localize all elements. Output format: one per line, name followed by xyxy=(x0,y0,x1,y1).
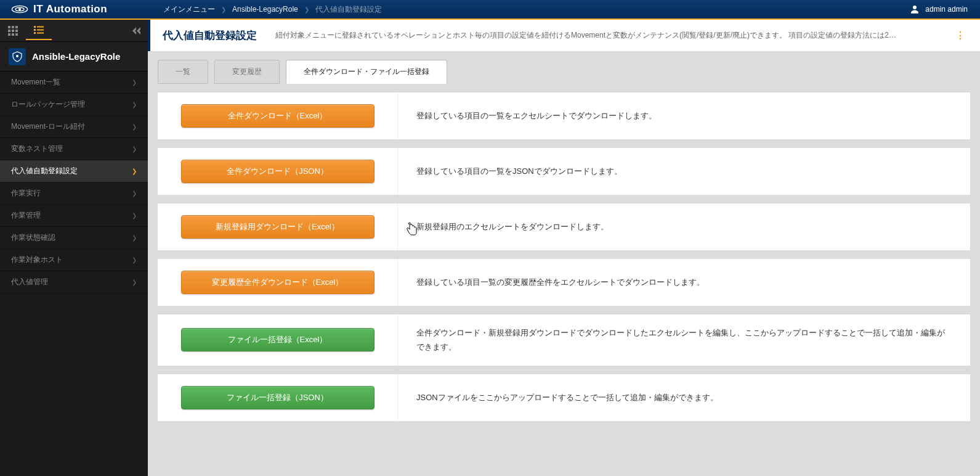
svg-rect-18 xyxy=(37,32,44,33)
svg-rect-10 xyxy=(8,33,10,36)
action-row-1: 全件ダウンロード（JSON）登録している項目の一覧をJSONでダウンロードします… xyxy=(158,148,970,195)
action-row-4: ファイル一括登録（Excel）全件ダウンロード・新規登録用ダウンロードでダウンロ… xyxy=(158,314,970,366)
sidebar-item-0[interactable]: Movement一覧❯ xyxy=(0,72,148,94)
breadcrumb-item-2: 代入値自動登録設定 xyxy=(315,4,382,15)
chevron-right-icon: ❯ xyxy=(132,212,137,219)
action-row-5: ファイル一括登録（JSON）JSONファイルをここからアップロードすることで一括… xyxy=(158,374,970,421)
svg-rect-4 xyxy=(8,26,10,28)
breadcrumb-item-1[interactable]: Ansible-LegacyRole xyxy=(232,5,298,14)
tabs: 一覧変更履歴全件ダウンロード・ファイル一括登録 xyxy=(148,56,980,84)
action-button-cell: 変更履歴全件ダウンロード（Excel） xyxy=(158,259,398,306)
sidebar-menu: Movement一覧❯ロールパッケージ管理❯Movement-ロール紐付❯変数ネ… xyxy=(0,72,148,476)
sidebar-item-4[interactable]: 代入値自動登録設定❯ xyxy=(0,160,148,183)
sidebar-item-label: ロールパッケージ管理 xyxy=(11,99,85,110)
action-button-0[interactable]: 全件ダウンロード（Excel） xyxy=(181,104,375,128)
page-description: 紐付対象メニューに登録されているオペレーションとホスト毎の項目の設定値を紐付ける… xyxy=(275,30,934,41)
action-button-2[interactable]: 新規登録用ダウンロード（Excel） xyxy=(181,215,375,239)
action-button-4[interactable]: ファイル一括登録（Excel） xyxy=(181,328,375,351)
breadcrumb-item-0[interactable]: メインメニュー xyxy=(163,4,215,15)
chevron-left-double-icon xyxy=(132,27,141,35)
action-button-cell: ファイル一括登録（JSON） xyxy=(158,374,398,421)
action-row-2: 新規登録用ダウンロード（Excel）新規登録用のエクセルシートをダウンロードしま… xyxy=(158,203,970,250)
action-button-cell: 全件ダウンロード（JSON） xyxy=(158,148,398,195)
svg-rect-5 xyxy=(12,26,14,28)
sidebar-item-7[interactable]: 作業状態確認❯ xyxy=(0,227,148,249)
sidebar-title-row: Ansible-LegacyRole xyxy=(0,42,148,72)
sidebar-item-label: 作業対象ホスト xyxy=(11,255,63,265)
sidebar-item-1[interactable]: ロールパッケージ管理❯ xyxy=(0,94,148,116)
svg-rect-9 xyxy=(15,30,18,32)
chevron-right-icon: ❯ xyxy=(132,256,137,263)
chevron-right-icon: ❯ xyxy=(132,279,137,285)
action-button-1[interactable]: 全件ダウンロード（JSON） xyxy=(181,160,375,183)
action-description: 全件ダウンロード・新規登録用ダウンロードでダウンロードしたエクセルシートを編集し… xyxy=(398,314,970,366)
svg-point-19 xyxy=(16,55,18,57)
action-row-3: 変更履歴全件ダウンロード（Excel）登録している項目一覧の変更履歴全件をエクセ… xyxy=(158,259,970,306)
svg-point-3 xyxy=(913,6,917,9)
sidebar-item-8[interactable]: 作業対象ホスト❯ xyxy=(0,249,148,271)
sidebar-item-label: 作業管理 xyxy=(11,210,41,221)
action-description: JSONファイルをここからアップロードすることで一括して追加・編集ができます。 xyxy=(398,374,970,421)
action-description: 登録している項目の一覧をJSONでダウンロードします。 xyxy=(398,148,970,195)
tab-0[interactable]: 一覧 xyxy=(158,60,208,84)
chevron-right-icon: ❯ xyxy=(132,101,137,108)
svg-rect-16 xyxy=(37,29,44,30)
tab-2[interactable]: 全件ダウンロード・ファイル一括登録 xyxy=(286,60,447,84)
list-view-button[interactable] xyxy=(26,22,52,40)
sidebar-title: Ansible-LegacyRole xyxy=(32,51,120,62)
svg-rect-13 xyxy=(34,26,36,28)
sidebar-item-label: 作業状態確認 xyxy=(11,232,55,243)
sidebar-item-label: 作業実行 xyxy=(11,188,41,199)
sidebar-item-label: 代入値自動登録設定 xyxy=(11,166,78,176)
svg-rect-15 xyxy=(34,29,36,31)
action-button-cell: ファイル一括登録（Excel） xyxy=(158,314,398,366)
sidebar-collapse-button[interactable] xyxy=(126,27,148,35)
action-button-5[interactable]: ファイル一括登録（JSON） xyxy=(181,386,375,409)
action-description: 新規登録用のエクセルシートをダウンロードします。 xyxy=(398,203,970,250)
main-content: 代入値自動登録設定 紐付対象メニューに登録されているオペレーションとホスト毎の項… xyxy=(148,20,980,476)
sidebar-item-label: 変数ネスト管理 xyxy=(11,144,63,154)
chevron-right-icon: ❯ xyxy=(132,190,137,197)
chevron-right-icon: ❯ xyxy=(217,6,230,13)
sidebar-item-3[interactable]: 変数ネスト管理❯ xyxy=(0,138,148,160)
sidebar-item-2[interactable]: Movement-ロール紐付❯ xyxy=(0,116,148,138)
sidebar-toggle-row xyxy=(0,20,148,42)
svg-point-2 xyxy=(18,8,21,10)
svg-rect-7 xyxy=(8,30,10,32)
page-title: 代入値自動登録設定 xyxy=(163,28,257,43)
sidebar-item-label: Movement-ロール紐付 xyxy=(11,121,85,132)
chevron-right-icon: ❯ xyxy=(132,168,137,174)
user-icon xyxy=(909,4,920,15)
page-header: 代入値自動登録設定 紐付対象メニューに登録されているオペレーションとホスト毎の項… xyxy=(148,20,980,51)
sidebar-item-9[interactable]: 代入値管理❯ xyxy=(0,271,148,293)
app-name: IT Automation xyxy=(33,3,107,15)
chevron-right-icon: ❯ xyxy=(132,146,137,152)
sidebar-item-label: 代入値管理 xyxy=(11,277,48,287)
chevron-right-icon: ❯ xyxy=(301,6,313,13)
action-button-cell: 新規登録用ダウンロード（Excel） xyxy=(158,203,398,250)
sidebar-item-6[interactable]: 作業管理❯ xyxy=(0,205,148,227)
logo-icon xyxy=(11,3,28,15)
sidebar-item-5[interactable]: 作業実行❯ xyxy=(0,183,148,205)
svg-rect-6 xyxy=(15,26,18,28)
action-button-3[interactable]: 変更履歴全件ダウンロード（Excel） xyxy=(181,271,375,294)
svg-rect-12 xyxy=(15,33,18,36)
tab-1[interactable]: 変更履歴 xyxy=(214,60,280,84)
sidebar-item-label: Movement一覧 xyxy=(11,77,60,88)
user-name: admin admin xyxy=(925,5,968,14)
module-icon xyxy=(9,48,26,65)
breadcrumb: メインメニュー ❯ Ansible-LegacyRole ❯ 代入値自動登録設定 xyxy=(148,4,382,15)
user-area[interactable]: admin admin xyxy=(909,4,980,15)
logo-area: IT Automation xyxy=(0,3,148,15)
chevron-right-icon: ❯ xyxy=(132,79,137,86)
chevron-right-icon: ❯ xyxy=(132,123,137,130)
grid-view-button[interactable] xyxy=(0,22,26,40)
action-description: 登録している項目の一覧をエクセルシートでダウンロードします。 xyxy=(398,92,970,139)
sidebar: Ansible-LegacyRole Movement一覧❯ロールパッケージ管理… xyxy=(0,20,148,476)
svg-rect-14 xyxy=(37,26,44,27)
chevron-right-icon: ❯ xyxy=(132,234,137,241)
topbar: IT Automation メインメニュー ❯ Ansible-LegacyRo… xyxy=(0,0,980,20)
action-row-0: 全件ダウンロード（Excel）登録している項目の一覧をエクセルシートでダウンロー… xyxy=(158,92,970,139)
content-area: 全件ダウンロード（Excel）登録している項目の一覧をエクセルシートでダウンロー… xyxy=(148,84,980,438)
more-icon[interactable]: ⋮ xyxy=(953,30,968,41)
